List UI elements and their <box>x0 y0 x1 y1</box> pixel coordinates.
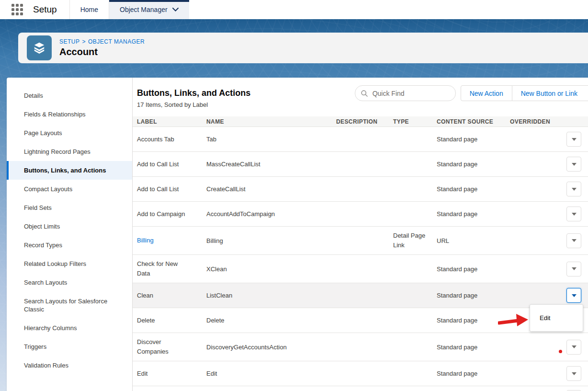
tab-home[interactable]: Home <box>69 0 109 19</box>
table-row: CleanListCleanStandard pageEdit <box>133 283 588 308</box>
row-actions-button[interactable] <box>566 207 581 221</box>
sidebar-item-label: Details <box>24 92 43 99</box>
header-actions: New Action New Button or Link <box>461 85 588 101</box>
chevron-down-icon <box>572 138 577 141</box>
setup-page-header: SETUP>OBJECT MANAGER Account <box>0 19 588 74</box>
search-icon <box>361 90 368 97</box>
tab-home-label: Home <box>80 6 98 13</box>
sidebar-item[interactable]: Object Limits <box>7 217 132 236</box>
row-label-link[interactable]: Billing <box>137 236 206 245</box>
sidebar-item-label: Search Layouts <box>24 279 67 286</box>
column-header: NAME <box>206 118 336 125</box>
column-header: DESCRIPTION <box>336 118 393 125</box>
chevron-down-icon <box>172 8 179 12</box>
breadcrumb-object-manager[interactable]: OBJECT MANAGER <box>88 38 145 45</box>
sidebar-item[interactable]: Details <box>7 86 132 105</box>
chevron-down-icon <box>572 345 577 348</box>
table-row: Discover CompaniesDiscoveryGetAccountsAc… <box>133 333 588 361</box>
row-content-source: Standard page <box>437 161 510 168</box>
row-label: Add to Call List <box>137 184 206 194</box>
row-content-source: Standard page <box>437 317 510 324</box>
sidebar-item-label: Fields & Relationships <box>24 111 86 118</box>
sidebar-item[interactable]: Triggers <box>7 337 132 356</box>
row-name: Billing <box>206 237 336 244</box>
column-header: LABEL <box>137 118 206 125</box>
main-panel: DetailsFields & RelationshipsPage Layout… <box>7 78 588 391</box>
row-label: Clean <box>137 291 206 300</box>
breadcrumb-setup[interactable]: SETUP <box>59 38 80 45</box>
breadcrumb: SETUP>OBJECT MANAGER <box>59 38 145 45</box>
row-label: Delete <box>137 316 206 325</box>
menu-item-edit[interactable]: Edit <box>530 305 583 331</box>
column-header: CONTENT SOURCE <box>437 118 510 125</box>
sidebar-item[interactable]: Related Lookup Filters <box>7 254 132 273</box>
sidebar-item[interactable]: Record Types <box>7 236 132 254</box>
new-button-or-link-button[interactable]: New Button or Link <box>512 85 588 101</box>
row-label: Add to Campaign <box>137 209 206 219</box>
sidebar-item-label: Hierarchy Columns <box>24 324 77 332</box>
table-row: Accounts TabTabStandard page <box>133 126 588 151</box>
sidebar-item[interactable]: Page Layouts <box>7 124 132 142</box>
app-name: Setup <box>33 4 57 15</box>
row-content-source: Standard page <box>437 292 510 299</box>
row-content-source: Standard page <box>437 344 510 351</box>
row-name: ListClean <box>206 292 336 299</box>
row-actions-button[interactable] <box>566 233 581 248</box>
row-content-source: Standard page <box>437 370 510 377</box>
sidebar-item[interactable]: Validation Rules <box>7 356 132 375</box>
sidebar-item[interactable]: Hierarchy Columns <box>7 319 132 337</box>
object-manager-icon <box>27 35 52 60</box>
buttons-links-actions-table: LABELNAMEDESCRIPTIONTYPECONTENT SOURCEOV… <box>133 116 588 391</box>
table-row-partial <box>133 386 588 391</box>
row-actions-button[interactable] <box>566 288 581 303</box>
page-title: Account <box>59 46 145 58</box>
new-action-button[interactable]: New Action <box>461 85 512 101</box>
quick-find-box <box>355 85 456 101</box>
sidebar-item-label: Lightning Record Pages <box>24 148 90 155</box>
sidebar-item[interactable]: Compact Layouts <box>7 180 132 198</box>
sidebar-item[interactable]: Buttons, Links, and Actions <box>7 161 132 180</box>
quick-find-input[interactable] <box>372 89 450 98</box>
app-launcher-icon[interactable] <box>11 4 23 15</box>
row-actions-button[interactable] <box>566 157 581 172</box>
row-content-source: Standard page <box>437 136 510 143</box>
sidebar-item-label: Search Layouts for Salesforce Classic <box>24 298 107 313</box>
sidebar-item-label: Validation Rules <box>24 362 68 369</box>
sidebar-item[interactable]: Search Layouts <box>7 273 132 292</box>
row-name: Delete <box>206 317 336 324</box>
chevron-down-icon <box>572 267 577 270</box>
row-actions-button[interactable] <box>566 132 581 147</box>
breadcrumb-separator: > <box>82 38 86 45</box>
row-actions-button[interactable] <box>566 182 581 196</box>
row-actions-button[interactable] <box>566 340 581 355</box>
row-name: Edit <box>206 370 336 377</box>
row-actions-button[interactable] <box>566 262 581 276</box>
table-row: DeleteDeleteStandard page <box>133 308 588 333</box>
object-header-card: SETUP>OBJECT MANAGER Account <box>18 33 588 63</box>
chevron-down-icon <box>572 163 577 166</box>
row-actions-button[interactable] <box>566 366 581 381</box>
chevron-down-icon <box>572 372 577 375</box>
table-row: EditEditStandard page <box>133 361 588 386</box>
sidebar-item[interactable]: Lightning Record Pages <box>7 142 132 161</box>
sidebar-item[interactable]: Field Sets <box>7 198 132 217</box>
chevron-down-icon <box>572 213 577 216</box>
content-area: Buttons, Links, and Actions 17 Items, So… <box>133 78 588 391</box>
chevron-down-icon <box>572 188 577 191</box>
sidebar-item-label: Page Layouts <box>24 129 62 137</box>
sidebar-item[interactable]: Search Layouts for Salesforce Classic <box>7 292 132 319</box>
row-name: AccountAddToCampaign <box>206 210 336 218</box>
tab-object-manager-label: Object Manager <box>120 6 168 13</box>
sidebar-item-label: Related Lookup Filters <box>24 260 86 267</box>
chevron-down-icon <box>572 294 577 297</box>
sidebar-item-label: Record Types <box>24 242 62 249</box>
item-count: 17 Items, Sorted by Label <box>137 101 588 108</box>
row-name: MassCreateCallList <box>206 161 336 168</box>
column-header: TYPE <box>393 118 437 125</box>
row-label: Check for New Data <box>137 259 206 278</box>
row-name: XClean <box>206 265 336 273</box>
sidebar-item[interactable]: Fields & Relationships <box>7 105 132 124</box>
row-content-source: Standard page <box>437 185 510 193</box>
tab-object-manager[interactable]: Object Manager <box>109 0 189 19</box>
row-content-source: URL <box>437 237 510 244</box>
